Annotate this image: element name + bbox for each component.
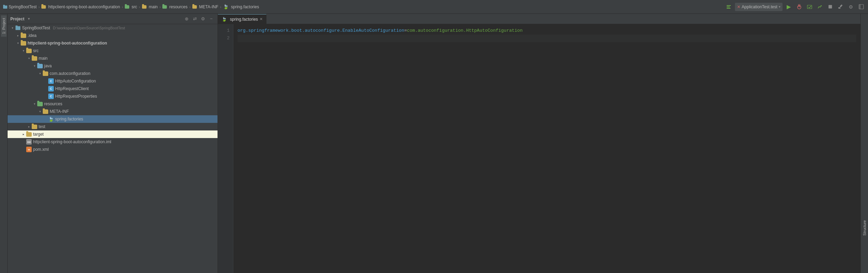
tree-item-httprequestproperties[interactable]: C HttpRequestProperties xyxy=(8,92,218,100)
tree-arrow-comautoconfiguration[interactable] xyxy=(37,71,43,76)
tree-label-httpclient: httpclient-spring-boot-autoconfiguration xyxy=(28,41,107,46)
layout-icon xyxy=(859,4,864,9)
project-icon xyxy=(3,4,8,9)
iml-icon: iml xyxy=(26,139,32,145)
panel-globe-button[interactable]: ⊕ xyxy=(183,16,190,22)
tree-label-target: target xyxy=(33,132,44,137)
layout-button[interactable] xyxy=(857,3,865,11)
folder-icon-metainf xyxy=(192,5,197,9)
tree-item-iml[interactable]: iml httpclient-spring-boot-autoconfigura… xyxy=(8,138,218,146)
profile-button[interactable] xyxy=(816,3,824,11)
project-side-tab-label: 1: Project xyxy=(2,18,6,34)
token-key-1: org.springframework.boot.autoconfigure.E… xyxy=(238,27,404,35)
panel-gear-button[interactable]: ⚙ xyxy=(200,16,206,22)
code-content[interactable]: org.springframework.boot.autoconfigure.E… xyxy=(233,24,860,273)
tree-item-main[interactable]: main xyxy=(8,55,218,62)
run-config-dropdown[interactable]: ✕ ApplicationTest.test ▾ xyxy=(735,3,783,11)
tree-arrow-java[interactable] xyxy=(32,63,37,69)
breadcrumb-resources[interactable]: resources xyxy=(162,4,188,9)
breadcrumb-module[interactable]: httpclient-spring-boot-autoconfiguration xyxy=(41,4,120,9)
class-icon-httprequestclient: C xyxy=(48,86,54,91)
svg-rect-12 xyxy=(828,5,832,9)
tree-arrow-resources[interactable] xyxy=(32,101,37,107)
tree-item-springfactories[interactable]: 🍃 spring.factories xyxy=(8,115,218,123)
project-root-icon xyxy=(15,25,21,31)
structure-side-label[interactable]: Structure xyxy=(862,217,867,238)
tree-item-target[interactable]: target xyxy=(8,130,218,138)
tree-arrow-main[interactable] xyxy=(26,56,32,61)
line-num-1: 1 xyxy=(218,27,230,35)
breadcrumb-metainf-label: META-INF xyxy=(199,4,219,9)
settings-button[interactable]: ⚙ xyxy=(847,3,855,11)
tree-arrow-metainf[interactable] xyxy=(37,109,43,114)
line-numbers: 1 2 xyxy=(218,24,233,273)
panel-header: Project ▾ ⊕ ⇄ ⚙ − xyxy=(8,14,218,24)
tree-label-iml: httpclient-spring-boot-autoconfiguration… xyxy=(33,139,111,144)
panel-sync-button[interactable]: ⇄ xyxy=(191,16,198,22)
breadcrumb-resources-label: resources xyxy=(169,4,188,9)
token-value-1: com.autoconfiguration.HttpAutoConfigurat… xyxy=(407,27,523,35)
folder-icon-resources-tree xyxy=(37,102,43,106)
tab-close-springfactories[interactable]: ✕ xyxy=(260,17,263,21)
tree-item-src[interactable]: src xyxy=(8,47,218,55)
panel-dropdown-arrow[interactable]: ▾ xyxy=(28,17,30,21)
project-tree[interactable]: SpringBootTest D:\workspace\OpenSource\S… xyxy=(8,24,218,273)
tree-item-httpautoconfiguration[interactable]: C HttpAutoConfiguration xyxy=(8,77,218,85)
folder-icon-src xyxy=(26,49,32,53)
tree-label-pomxml: pom.xml xyxy=(33,147,49,152)
editor-tab-springfactories[interactable]: 🍃 spring.factories ✕ xyxy=(218,14,266,24)
tree-arrow-httpclient[interactable] xyxy=(15,40,21,46)
code-editor[interactable]: 1 2 org.springframework.boot.autoconfigu… xyxy=(218,24,860,273)
breadcrumb-main[interactable]: main xyxy=(142,4,158,9)
tree-item-test[interactable]: test xyxy=(8,123,218,130)
tree-arrow-src[interactable] xyxy=(21,48,26,53)
build-icon xyxy=(838,4,843,9)
tree-item-idea[interactable]: .idea xyxy=(8,32,218,39)
tree-arrow-pomxml xyxy=(21,147,26,152)
breadcrumb-src[interactable]: src xyxy=(125,4,137,9)
editor-tabs: 🍃 spring.factories ✕ xyxy=(218,14,860,24)
debug-button[interactable] xyxy=(795,3,803,11)
tree-arrow-target[interactable] xyxy=(21,131,26,137)
folder-icon-target xyxy=(26,132,32,137)
tree-item-pomxml[interactable]: m pom.xml xyxy=(8,146,218,153)
side-panel-tab: 1: Project xyxy=(0,14,8,273)
code-line-1: org.springframework.boot.autoconfigure.E… xyxy=(238,27,856,35)
build-button[interactable] xyxy=(836,3,845,11)
tree-arrow-test[interactable] xyxy=(26,124,32,129)
toolbar-right: ✕ ApplicationTest.test ▾ ▶ xyxy=(725,3,865,11)
spring-leaf-icon-breadcrumb: 🍃 xyxy=(223,4,229,10)
breadcrumb: SpringBootTest › httpclient-spring-boot-… xyxy=(3,4,725,10)
svg-rect-14 xyxy=(838,7,840,9)
breadcrumb-metainf[interactable]: META-INF xyxy=(192,4,219,9)
coverage-icon xyxy=(807,4,812,9)
tree-item-httpclient[interactable]: httpclient-spring-boot-autoconfiguration xyxy=(8,39,218,47)
breadcrumb-main-label: main xyxy=(149,4,158,9)
breadcrumb-sep-1: › xyxy=(122,5,123,9)
svg-line-11 xyxy=(809,6,811,8)
tree-item-httprequestclient[interactable]: C HttpRequestClient xyxy=(8,85,218,92)
tree-item-springboottest[interactable]: SpringBootTest D:\workspace\OpenSource\S… xyxy=(8,24,218,32)
panel-minimize-button[interactable]: − xyxy=(208,16,215,22)
tree-item-comautoconfiguration[interactable]: com.autoconfiguration xyxy=(8,70,218,77)
tree-label-java: java xyxy=(44,64,52,68)
tree-item-metainf[interactable]: META-INF xyxy=(8,108,218,115)
tree-item-resources[interactable]: resources xyxy=(8,100,218,108)
svg-rect-16 xyxy=(859,4,861,9)
coverage-button[interactable] xyxy=(805,3,814,11)
top-toolbar: SpringBootTest › httpclient-spring-boot-… xyxy=(0,0,868,14)
breadcrumb-spring-factories[interactable]: 🍃 spring.factories xyxy=(223,4,259,10)
tree-item-java[interactable]: java xyxy=(8,62,218,70)
tree-arrow-springboottest[interactable] xyxy=(10,25,15,31)
run-button[interactable]: ▶ xyxy=(785,3,793,11)
svg-rect-17 xyxy=(16,26,20,30)
project-side-tab[interactable]: 1: Project xyxy=(1,15,7,37)
breadcrumb-sep-4: › xyxy=(189,5,191,9)
svg-rect-3 xyxy=(727,7,730,7)
svg-rect-2 xyxy=(727,5,731,6)
breadcrumb-project[interactable]: SpringBootTest xyxy=(3,4,37,9)
stop-button[interactable] xyxy=(826,3,834,11)
panel-title: Project xyxy=(10,17,24,21)
tree-arrow-idea[interactable] xyxy=(15,33,21,38)
reformat-button[interactable] xyxy=(725,3,733,11)
